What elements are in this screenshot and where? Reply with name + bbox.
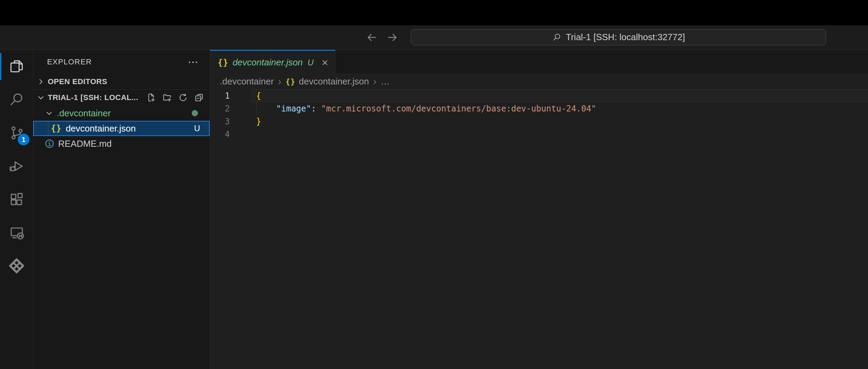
git-untracked-badge: U bbox=[194, 124, 200, 133]
breadcrumb-symbol[interactable]: … bbox=[381, 76, 390, 87]
chevron-down-icon bbox=[44, 108, 54, 118]
file-name: README.md bbox=[58, 138, 112, 149]
code-token: { bbox=[256, 91, 261, 101]
back-button[interactable] bbox=[365, 31, 378, 44]
breadcrumb: .devcontainer › {} devcontainer.json › … bbox=[210, 74, 868, 89]
title-bar: Trial-1 [SSH: localhost:32772] bbox=[0, 25, 868, 50]
search-icon bbox=[552, 33, 562, 42]
tab-label: devcontainer.json bbox=[233, 57, 303, 68]
code-editor[interactable]: 1 { 2 "image": "mcr.microsoft.com/devcon… bbox=[210, 89, 868, 369]
debug-play-icon bbox=[9, 158, 25, 174]
history-navigation bbox=[365, 25, 399, 49]
tab-git-untracked-badge: U bbox=[308, 58, 314, 68]
activity-item-remote-explorer[interactable] bbox=[0, 216, 33, 249]
new-file-icon[interactable] bbox=[146, 92, 156, 103]
tree-item-devcontainer-folder[interactable]: .devcontainer bbox=[33, 106, 210, 121]
breadcrumb-folder[interactable]: .devcontainer bbox=[220, 76, 274, 87]
breadcrumb-file[interactable]: devcontainer.json bbox=[299, 76, 369, 87]
open-editors-section[interactable]: OPEN EDITORS bbox=[33, 74, 210, 90]
open-editors-label: OPEN EDITORS bbox=[48, 77, 107, 86]
activity-item-search[interactable] bbox=[0, 83, 33, 116]
activity-item-extensions[interactable] bbox=[0, 183, 33, 216]
forward-button[interactable] bbox=[386, 31, 399, 44]
arrow-left-icon bbox=[366, 32, 378, 43]
activity-item-azure[interactable] bbox=[0, 249, 33, 282]
screen-top-black bbox=[0, 0, 868, 25]
json-icon: {} bbox=[51, 124, 62, 133]
editor-group: {} devcontainer.json U .devcontainer › {… bbox=[210, 50, 868, 369]
json-icon: {} bbox=[286, 77, 296, 86]
remote-explorer-icon bbox=[9, 225, 25, 241]
info-icon bbox=[44, 138, 55, 149]
code-token bbox=[256, 104, 276, 114]
tree-item-readme[interactable]: README.md bbox=[33, 136, 210, 151]
code-token-separator: : bbox=[311, 104, 321, 114]
workspace-section[interactable]: TRIAL-1 [SSH: LOCAL... bbox=[33, 90, 210, 106]
activity-bar: 1 bbox=[0, 50, 33, 369]
code-token: } bbox=[256, 117, 261, 126]
collapse-all-icon[interactable] bbox=[194, 92, 204, 103]
activity-item-run-and-debug[interactable] bbox=[0, 150, 33, 183]
chevron-right-icon bbox=[36, 77, 46, 87]
line-number: 4 bbox=[210, 129, 230, 139]
files-icon bbox=[9, 58, 25, 74]
code-token-string: "mcr.microsoft.com/devcontainers/base:de… bbox=[321, 104, 596, 114]
refresh-icon[interactable] bbox=[178, 92, 188, 103]
close-icon[interactable] bbox=[320, 58, 329, 67]
line-number: 1 bbox=[210, 91, 230, 101]
extensions-icon bbox=[9, 191, 25, 207]
workspace-label: TRIAL-1 [SSH: LOCAL... bbox=[48, 93, 138, 102]
chevron-down-icon bbox=[36, 93, 46, 102]
chevron-separator-icon: › bbox=[277, 75, 282, 87]
code-line-1[interactable]: 1 { bbox=[210, 89, 868, 102]
code-line-3[interactable]: 3 } bbox=[210, 115, 868, 128]
tab-devcontainer-json[interactable]: {} devcontainer.json U bbox=[210, 50, 335, 74]
folder-name: .devcontainer bbox=[57, 108, 111, 119]
line-number: 3 bbox=[210, 117, 230, 126]
json-icon: {} bbox=[218, 58, 228, 68]
tree-item-devcontainer-json[interactable]: {} devcontainer.json U bbox=[33, 121, 210, 136]
command-center-title: Trial-1 [SSH: localhost:32772] bbox=[566, 32, 685, 43]
explorer-actions bbox=[146, 92, 210, 103]
code-line-2[interactable]: 2 "image": "mcr.microsoft.com/devcontain… bbox=[210, 102, 868, 115]
source-control-badge: 1 bbox=[18, 134, 29, 145]
vscode-window: Trial-1 [SSH: localhost:32772] 1 bbox=[0, 0, 868, 369]
diamond-grid-icon bbox=[9, 258, 25, 274]
code-line-4[interactable]: 4 bbox=[210, 128, 868, 141]
arrow-right-icon bbox=[387, 32, 398, 43]
new-folder-icon[interactable] bbox=[162, 92, 172, 103]
more-actions-icon[interactable]: ⋯ bbox=[188, 60, 199, 64]
line-number: 2 bbox=[210, 104, 230, 114]
sidebar-title: EXPLORER bbox=[47, 57, 92, 66]
sidebar-header: EXPLORER ⋯ bbox=[33, 50, 210, 74]
tab-strip-empty-area bbox=[335, 50, 868, 74]
git-modified-dot bbox=[192, 110, 198, 116]
search-icon bbox=[9, 92, 25, 108]
chevron-separator-icon: › bbox=[372, 75, 377, 87]
workbench: 1 EXPLORER ⋯ OPEN EDITORS bbox=[0, 50, 868, 369]
tree-indent-guide bbox=[48, 122, 48, 135]
code-token-key: "image" bbox=[276, 104, 311, 114]
tab-strip: {} devcontainer.json U bbox=[210, 50, 868, 74]
activity-item-source-control[interactable]: 1 bbox=[0, 116, 33, 150]
explorer-sidebar: EXPLORER ⋯ OPEN EDITORS TRIAL-1 [SSH: LO… bbox=[33, 50, 210, 369]
current-line-highlight bbox=[251, 89, 868, 102]
activity-item-explorer[interactable] bbox=[0, 50, 33, 83]
file-name: devcontainer.json bbox=[66, 123, 136, 134]
command-center[interactable]: Trial-1 [SSH: localhost:32772] bbox=[411, 29, 826, 45]
